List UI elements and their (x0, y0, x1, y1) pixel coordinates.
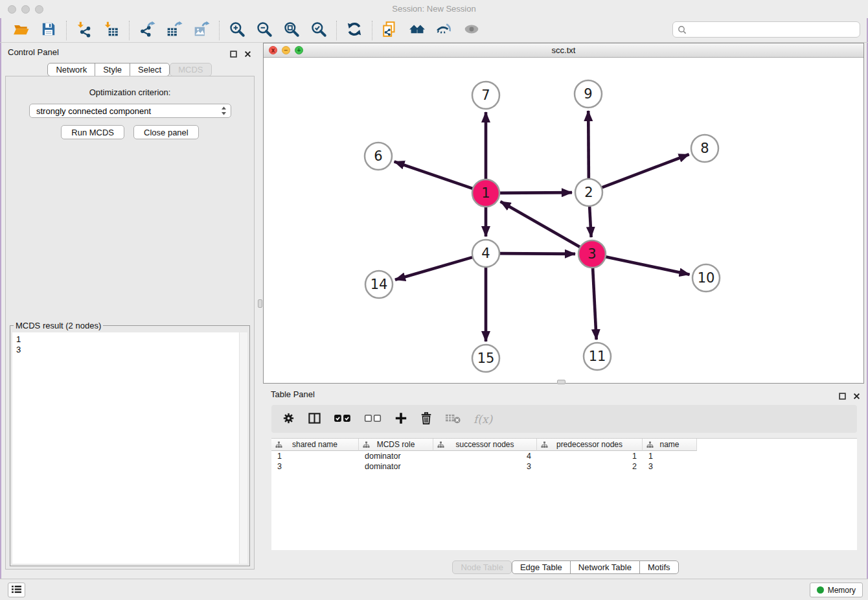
table-cell[interactable]: dominator (359, 451, 433, 461)
table-cell[interactable]: 1 (271, 451, 359, 461)
table-cell[interactable]: 1 (643, 451, 697, 461)
memory-button[interactable]: Memory (810, 583, 863, 597)
select-stepper-icon (221, 106, 227, 116)
edge-1-6[interactable] (394, 161, 474, 189)
edge-3-10[interactable] (606, 257, 690, 274)
tab-node-table[interactable]: Node Table (452, 560, 512, 574)
close-panel-button[interactable]: Close panel (133, 125, 199, 139)
node-2[interactable]: 2 (575, 179, 602, 206)
status-bar: Memory (0, 579, 868, 600)
table-row[interactable]: 3dominator323 (271, 461, 857, 472)
refresh-button[interactable] (345, 21, 364, 40)
network-close-button[interactable]: x (269, 46, 277, 54)
zoom-out-button[interactable] (255, 21, 274, 40)
table-cell[interactable]: 4 (433, 451, 537, 461)
edge-2-9[interactable] (588, 111, 589, 179)
save-button[interactable] (39, 21, 58, 40)
add-column-button[interactable] (394, 411, 407, 428)
vertical-splitter-handle[interactable] (258, 299, 262, 308)
network-maximize-button[interactable]: + (295, 46, 303, 54)
table-cell[interactable]: 3 (433, 461, 537, 472)
edge-1-2[interactable] (499, 192, 572, 193)
open-folder-button[interactable] (12, 21, 31, 40)
column-header-successor-nodes[interactable]: successor nodes (433, 439, 537, 451)
edge-4-3[interactable] (499, 253, 575, 254)
export-network-button[interactable] (137, 21, 157, 40)
export-image-button[interactable] (192, 21, 211, 40)
float-table-panel-icon[interactable] (839, 391, 846, 402)
settings-button[interactable] (282, 411, 295, 428)
close-window-button[interactable] (8, 5, 16, 14)
delete-column-button[interactable] (420, 411, 433, 428)
node-15[interactable]: 15 (472, 345, 499, 372)
column-header-label: name (659, 440, 679, 449)
node-11[interactable]: 11 (584, 343, 611, 370)
node-9[interactable]: 9 (575, 80, 602, 108)
zoom-fit-button[interactable] (282, 21, 301, 40)
node-14[interactable]: 14 (365, 271, 393, 298)
network-window-titlebar[interactable]: x − + scc.txt (264, 43, 863, 58)
mcds-result-area[interactable]: 13 (12, 332, 247, 564)
node-8[interactable]: 8 (691, 135, 718, 162)
column-header-mcds-role[interactable]: MCDS role (359, 439, 433, 451)
zoom-selected-button[interactable] (309, 21, 328, 40)
result-scrollbar[interactable] (239, 332, 247, 564)
tab-network[interactable]: Network (47, 63, 95, 76)
edge-2-8[interactable] (602, 154, 689, 187)
tab-network-table[interactable]: Network Table (570, 560, 640, 574)
minimize-window-button[interactable] (21, 5, 30, 14)
column-header-predecessor-nodes[interactable]: predecessor nodes (537, 439, 643, 451)
import-table-button[interactable] (102, 21, 121, 40)
svg-text:1: 1 (481, 185, 490, 201)
tab-edge-table[interactable]: Edge Table (512, 560, 571, 574)
split-view-button[interactable] (308, 411, 321, 428)
horizontal-splitter-handle[interactable] (557, 380, 565, 384)
search-box[interactable] (672, 21, 860, 38)
node-3[interactable]: 3 (578, 240, 606, 268)
search-input[interactable] (690, 24, 855, 35)
node-1[interactable]: 1 (472, 179, 499, 207)
network-minimize-button[interactable]: − (282, 46, 290, 54)
column-header-label: MCDS role (377, 440, 415, 449)
import-network-icon (76, 21, 93, 40)
column-header-shared-name[interactable]: shared name (271, 439, 359, 451)
tab-motifs[interactable]: Motifs (639, 560, 679, 574)
home-button[interactable] (407, 21, 427, 40)
float-panel-icon[interactable] (230, 49, 237, 60)
zoom-in-button[interactable] (227, 21, 247, 40)
table-toolbar: f(x) (271, 405, 857, 433)
edge-3-1[interactable] (501, 202, 580, 248)
task-history-button[interactable] (8, 583, 25, 597)
deselect-all-columns-button[interactable] (364, 411, 382, 428)
table-cell[interactable]: 2 (537, 461, 643, 472)
export-table-button[interactable] (165, 21, 184, 40)
tab-mcds[interactable]: MCDS (170, 63, 211, 76)
table-cell[interactable]: 1 (537, 451, 643, 461)
edge-3-11[interactable] (593, 268, 597, 340)
network-canvas[interactable]: 7968124314101511 (264, 58, 863, 383)
table-row[interactable]: 1dominator411 (271, 451, 857, 461)
criterion-select[interactable]: strongly connected component (29, 104, 231, 118)
duplicate-network-button[interactable] (380, 21, 400, 40)
column-header-label: successor nodes (455, 440, 514, 449)
edge-2-3[interactable] (589, 206, 591, 237)
table-cell[interactable]: 3 (271, 461, 359, 472)
table-cell[interactable]: dominator (359, 461, 433, 472)
tab-select[interactable]: Select (130, 63, 170, 76)
node-7[interactable]: 7 (472, 82, 499, 109)
table-cell[interactable]: 3 (643, 461, 697, 472)
close-table-panel-icon[interactable] (853, 391, 860, 402)
node-4[interactable]: 4 (472, 240, 499, 267)
import-network-button[interactable] (74, 21, 94, 40)
select-all-columns-button[interactable] (334, 411, 352, 428)
close-panel-icon[interactable] (244, 49, 251, 60)
run-mcds-button[interactable]: Run MCDS (61, 125, 124, 139)
node-6[interactable]: 6 (365, 143, 392, 170)
node-10[interactable]: 10 (692, 264, 720, 292)
zoom-out-icon (256, 21, 273, 40)
edge-4-14[interactable] (395, 257, 473, 280)
hide-details-button[interactable] (435, 21, 454, 40)
tab-style[interactable]: Style (95, 63, 130, 76)
column-header-name[interactable]: name (643, 439, 697, 451)
maximize-window-button[interactable] (35, 5, 43, 14)
